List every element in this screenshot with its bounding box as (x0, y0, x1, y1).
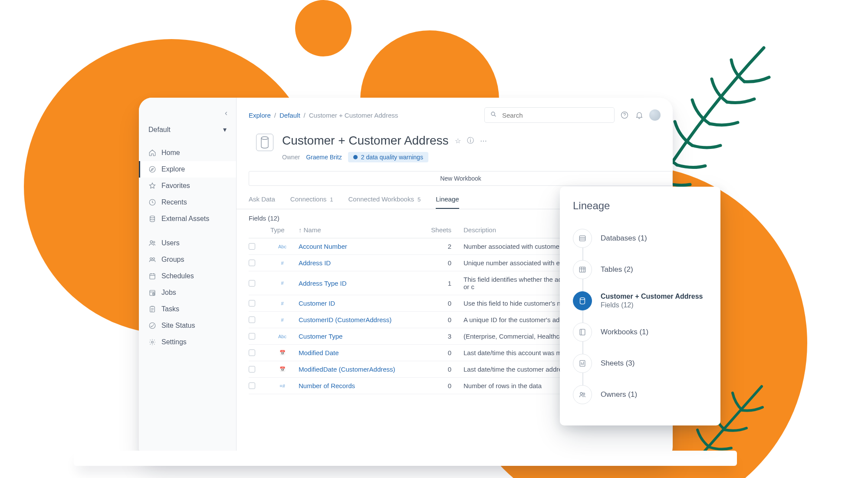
breadcrumb-sep: / (274, 112, 276, 119)
owner-label: Owner (282, 154, 300, 161)
sidebar-item-label: Site Status (161, 322, 195, 330)
field-name-link[interactable]: Customer Type (299, 333, 420, 340)
avatar[interactable] (649, 109, 661, 121)
sidebar-collapse-button[interactable]: ‹ (225, 109, 227, 118)
breadcrumb-explore[interactable]: Explore (249, 112, 271, 119)
svg-rect-17 (579, 267, 585, 272)
dq-text: 2 data quality warnings (361, 154, 423, 161)
sheet-icon (573, 354, 592, 373)
lineage-label: Databases (1) (601, 234, 647, 243)
field-name-link[interactable]: Address Type ID (299, 280, 420, 287)
search-box[interactable] (484, 107, 615, 123)
row-checkbox[interactable] (249, 366, 255, 373)
field-sheets-count: 3 (424, 333, 459, 340)
svg-rect-19 (580, 329, 585, 335)
row-checkbox[interactable] (249, 280, 255, 287)
lineage-label: Owners (1) (601, 390, 637, 399)
help-icon[interactable] (620, 110, 629, 120)
lineage-current-title: Customer + Customer Address (601, 293, 703, 300)
col-name[interactable]: ↑Name (299, 226, 420, 234)
field-type-icon: # (270, 280, 294, 286)
sidebar-item-groups[interactable]: Groups (139, 251, 236, 268)
table-icon (573, 260, 592, 279)
owner-link[interactable]: Graeme Britz (306, 154, 342, 161)
sidebar-item-home[interactable]: Home (139, 145, 236, 161)
col-type[interactable]: Type (270, 226, 294, 234)
row-checkbox[interactable] (249, 260, 255, 266)
sidebar-item-explore[interactable]: Explore (139, 161, 236, 178)
sidebar-item-label: External Assets (161, 215, 209, 223)
field-sheets-count: 1 (424, 280, 459, 287)
lineage-item-owners[interactable]: Owners (1) (573, 379, 707, 410)
svg-point-22 (583, 393, 585, 395)
page-title: Customer + Customer Address (282, 134, 449, 148)
sidebar-item-label: Explore (161, 165, 185, 173)
field-name-link[interactable]: ModifiedDate (CustomerAddress) (299, 366, 420, 373)
sidebar-item-settings[interactable]: Settings (139, 334, 236, 350)
field-sheets-count: 0 (424, 349, 459, 356)
breadcrumb: Explore / Default / Customer + Customer … (249, 112, 398, 119)
lineage-item-tables[interactable]: Tables (2) (573, 254, 707, 285)
more-icon[interactable]: ⋯ (480, 137, 487, 145)
clock-icon (148, 198, 156, 206)
svg-point-6 (153, 258, 155, 260)
field-name-link[interactable]: Modified Date (299, 349, 420, 356)
breadcrumb-default[interactable]: Default (279, 112, 300, 119)
svg-point-2 (150, 216, 155, 218)
owners-icon (573, 385, 592, 404)
data-quality-badge[interactable]: 2 data quality warnings (348, 152, 428, 162)
tab-ask-data[interactable]: Ask Data (249, 195, 275, 209)
field-sheets-count: 0 (424, 366, 459, 373)
bell-icon[interactable] (635, 110, 644, 120)
datasource-icon (256, 134, 273, 151)
field-name-link[interactable]: Account Number (299, 243, 420, 250)
row-checkbox[interactable] (249, 316, 255, 323)
row-checkbox[interactable] (249, 382, 255, 389)
field-name-link[interactable]: Customer ID (299, 300, 420, 307)
star-icon[interactable]: ☆ (455, 137, 461, 145)
gear-icon (148, 338, 156, 346)
project-selector[interactable]: Default ▾ (148, 125, 227, 134)
svg-point-18 (580, 298, 585, 300)
search-input[interactable] (501, 111, 609, 119)
sidebar-item-schedules[interactable]: Schedules (139, 268, 236, 284)
lineage-title: Lineage (573, 200, 707, 212)
tab-connections[interactable]: Connections1 (290, 195, 333, 209)
field-name-link[interactable]: CustomerID (CustomerAddress) (299, 316, 420, 323)
sidebar-item-users[interactable]: Users (139, 235, 236, 251)
field-name-link[interactable]: Address ID (299, 259, 420, 267)
lineage-item-workbooks[interactable]: Workbooks (1) (573, 316, 707, 348)
workbook-icon (573, 323, 592, 342)
row-checkbox[interactable] (249, 349, 255, 356)
field-sheets-count: 0 (424, 316, 459, 323)
field-type-icon: # (270, 317, 294, 323)
sidebar-item-jobs[interactable]: Jobs (139, 284, 236, 301)
sidebar: ‹ Default ▾ Home Explore Favorites (139, 98, 237, 460)
sidebar-item-favorites[interactable]: Favorites (139, 178, 236, 194)
tab-lineage[interactable]: Lineage (436, 195, 459, 209)
lineage-item-sheets[interactable]: Sheets (3) (573, 348, 707, 379)
svg-point-11 (149, 323, 155, 329)
lineage-current-sub: Fields (12) (601, 301, 703, 309)
new-workbook-button[interactable]: New Workbook (249, 171, 673, 186)
row-checkbox[interactable] (249, 243, 255, 250)
sidebar-item-label: Groups (161, 256, 184, 264)
info-icon[interactable]: ⓘ (467, 136, 474, 145)
sidebar-item-external-assets[interactable]: External Assets (139, 211, 236, 227)
sidebar-item-tasks[interactable]: Tasks (139, 301, 236, 317)
field-type-icon: =# (270, 383, 294, 389)
row-checkbox[interactable] (249, 300, 255, 307)
tab-connected-workbooks[interactable]: Connected Workbooks5 (348, 195, 421, 209)
lineage-item-databases[interactable]: Databases (1) (573, 223, 707, 254)
decor-circle (295, 0, 352, 56)
sidebar-item-site-status[interactable]: Site Status (139, 317, 236, 334)
field-sheets-count: 2 (424, 243, 459, 250)
lineage-item-current[interactable]: Customer + Customer Address Fields (12) (573, 285, 707, 316)
field-type-icon: Abc (270, 334, 294, 339)
sidebar-item-recents[interactable]: Recents (139, 194, 236, 211)
field-name-link[interactable]: Number of Records (299, 382, 420, 389)
field-type-icon: Abc (270, 244, 294, 249)
row-checkbox[interactable] (249, 333, 255, 340)
status-icon (148, 322, 156, 330)
col-sheets[interactable]: Sheets (424, 226, 459, 234)
